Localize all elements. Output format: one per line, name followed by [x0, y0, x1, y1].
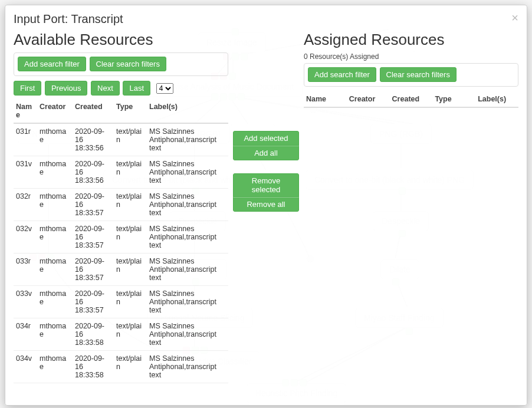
remove-all-button[interactable]: Remove all: [233, 197, 299, 212]
assigned-clear-filters-button[interactable]: Clear search filters: [380, 67, 457, 82]
cell-name: 034v: [14, 351, 37, 383]
col-creator[interactable]: Creator: [37, 99, 73, 123]
cell-type: text/plain: [114, 189, 147, 221]
assigned-panel: Assigned Resources 0 Resource(s) Assigne…: [304, 31, 518, 108]
cell-created: 2020-09-16 18:33:57: [73, 221, 114, 254]
pager-last-button[interactable]: Last: [123, 81, 150, 96]
cell-created: 2020-09-16 18:33:56: [73, 156, 114, 189]
available-filter-box: Add search filter Clear search filters: [14, 52, 228, 76]
assigned-filter-box: Add search filter Clear search filters: [304, 63, 518, 87]
cell-created: 2020-09-16 18:33:56: [73, 123, 114, 156]
add-selected-button[interactable]: Add selected: [233, 131, 299, 146]
table-row[interactable]: 031rmthomae2020-09-16 18:33:56text/plain…: [14, 123, 228, 156]
pager-previous-button[interactable]: Previous: [45, 81, 88, 96]
remove-selected-button[interactable]: Remove selected: [233, 173, 299, 197]
assigned-col-name[interactable]: Name: [304, 91, 347, 107]
cell-type: text/plain: [114, 286, 147, 318]
assigned-col-labels[interactable]: Label(s): [475, 91, 518, 107]
col-labels[interactable]: Label(s): [147, 99, 228, 123]
col-type[interactable]: Type: [114, 99, 147, 123]
cell-labels: MS Salzinnes Antiphonal,transcript text: [147, 156, 228, 189]
available-panel: Available Resources Add search filter Cl…: [14, 31, 228, 383]
add-filter-button[interactable]: Add search filter: [18, 57, 86, 71]
available-heading: Available Resources: [14, 31, 228, 49]
col-name[interactable]: Name: [14, 99, 37, 123]
cell-name: 034r: [14, 318, 37, 351]
cell-name: 031r: [14, 123, 37, 156]
clear-filters-button[interactable]: Clear search filters: [90, 57, 166, 71]
cell-type: text/plain: [114, 318, 147, 351]
pager-first-button[interactable]: First: [14, 81, 41, 96]
cell-created: 2020-09-16 18:33:57: [73, 286, 114, 318]
cell-labels: MS Salzinnes Antiphonal,transcript text: [147, 286, 228, 318]
assigned-count: 0 Resource(s) Assigned: [304, 52, 518, 61]
cell-type: text/plain: [114, 254, 147, 286]
close-icon[interactable]: ×: [511, 11, 518, 25]
cell-name: 031v: [14, 156, 37, 189]
table-row[interactable]: 034rmthomae2020-09-16 18:33:58text/plain…: [14, 318, 228, 351]
cell-created: 2020-09-16 18:33:58: [73, 318, 114, 351]
table-row[interactable]: 032rmthomae2020-09-16 18:33:57text/plain…: [14, 189, 228, 221]
cell-creator: mthomae: [37, 156, 73, 189]
cell-creator: mthomae: [37, 221, 73, 254]
cell-labels: MS Salzinnes Antiphonal,transcript text: [147, 351, 228, 383]
cell-type: text/plain: [114, 156, 147, 189]
cell-creator: mthomae: [37, 123, 73, 156]
pager-next-button[interactable]: Next: [91, 81, 120, 96]
cell-name: 032r: [14, 189, 37, 221]
assigned-col-creator[interactable]: Creator: [347, 91, 390, 107]
available-table: Name Creator Created Type Label(s) 031rm…: [14, 99, 228, 383]
assigned-add-filter-button[interactable]: Add search filter: [308, 67, 376, 82]
cell-name: 033v: [14, 286, 37, 318]
pager-page-select[interactable]: 4: [156, 83, 173, 94]
cell-creator: mthomae: [37, 351, 73, 383]
cell-type: text/plain: [114, 221, 147, 254]
cell-created: 2020-09-16 18:33:57: [73, 189, 114, 221]
cell-creator: mthomae: [37, 189, 73, 221]
cell-labels: MS Salzinnes Antiphonal,transcript text: [147, 254, 228, 286]
transfer-actions: Add selected Add all Remove selected Rem…: [233, 31, 299, 212]
cell-type: text/plain: [114, 351, 147, 383]
assigned-heading: Assigned Resources: [304, 31, 518, 49]
dialog-title: Input Port: Transcript: [14, 12, 518, 26]
add-all-button[interactable]: Add all: [233, 146, 299, 160]
table-row[interactable]: 033rmthomae2020-09-16 18:33:57text/plain…: [14, 254, 228, 286]
table-row[interactable]: 034vmthomae2020-09-16 18:33:58text/plain…: [14, 351, 228, 383]
pager: First Previous Next Last 4: [14, 81, 228, 96]
table-row[interactable]: 032vmthomae2020-09-16 18:33:57text/plain…: [14, 221, 228, 254]
cell-creator: mthomae: [37, 318, 73, 351]
cell-labels: MS Salzinnes Antiphonal,transcript text: [147, 189, 228, 221]
cell-name: 033r: [14, 254, 37, 286]
assigned-col-type[interactable]: Type: [432, 91, 475, 107]
cell-type: text/plain: [114, 123, 147, 156]
assigned-table: Name Creator Created Type Label(s): [304, 91, 518, 108]
cell-labels: MS Salzinnes Antiphonal,transcript text: [147, 318, 228, 351]
col-created[interactable]: Created: [73, 99, 114, 123]
cell-creator: mthomae: [37, 286, 73, 318]
cell-creator: mthomae: [37, 254, 73, 286]
cell-created: 2020-09-16 18:33:57: [73, 254, 114, 286]
resource-dialog: × Input Port: Transcript Available Resou…: [5, 5, 527, 406]
cell-created: 2020-09-16 18:33:58: [73, 351, 114, 383]
cell-labels: MS Salzinnes Antiphonal,transcript text: [147, 221, 228, 254]
cell-labels: MS Salzinnes Antiphonal,transcript text: [147, 123, 228, 156]
table-row[interactable]: 031vmthomae2020-09-16 18:33:56text/plain…: [14, 156, 228, 189]
cell-name: 032v: [14, 221, 37, 254]
table-row[interactable]: 033vmthomae2020-09-16 18:33:57text/plain…: [14, 286, 228, 318]
assigned-col-created[interactable]: Created: [390, 91, 433, 107]
